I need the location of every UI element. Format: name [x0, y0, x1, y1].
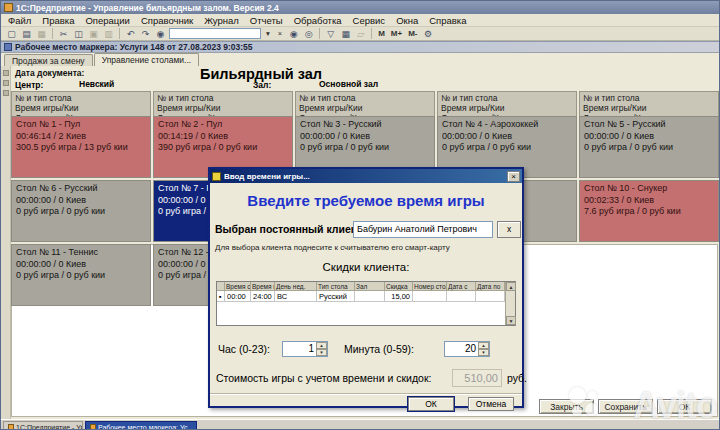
- tab-sales-per-shift[interactable]: Продажи за смену: [4, 54, 93, 66]
- close-button[interactable]: Закрыть: [539, 399, 594, 414]
- minute-up-icon[interactable]: ▲: [478, 342, 489, 349]
- calc-m-minus-button[interactable]: М-: [406, 29, 419, 38]
- table-cell-10[interactable]: Стол № 10 - Снукер00:02:33 / 0 Киев7.6 р…: [579, 180, 719, 242]
- dialog-cancel-button[interactable]: Отмена: [468, 397, 514, 411]
- toolbar-separator: [119, 28, 120, 39]
- dialog-title: Ввод времени игры...: [224, 172, 504, 181]
- menu-journal[interactable]: Журнал: [204, 15, 239, 26]
- calc-m-button[interactable]: М: [376, 29, 387, 38]
- document-date-label: Дата документа:: [15, 68, 84, 78]
- menu-file[interactable]: Файл: [8, 15, 31, 26]
- left-toolbar-strip: [1, 66, 11, 419]
- dialog-close-icon[interactable]: ×: [507, 171, 520, 182]
- menu-reports[interactable]: Отчеты: [250, 15, 283, 26]
- hour-up-icon[interactable]: ▲: [316, 342, 327, 349]
- scroll-up-icon[interactable]: ▲: [506, 282, 516, 291]
- redo-icon[interactable]: ↷: [139, 28, 152, 40]
- table-cell-11[interactable]: Стол № 11 - Теннис00:00:00 / 0 Киев0 руб…: [11, 244, 151, 306]
- client-label: Выбран постоянный клиент:: [215, 223, 366, 235]
- minute-stepper[interactable]: 20 ▲ ▼: [444, 341, 490, 357]
- table-cell-6[interactable]: Стол № 6 - Русский00:00:00 / 0 Киев0 руб…: [11, 180, 151, 242]
- print-icon[interactable]: ▥: [102, 28, 115, 40]
- document-window-titlebar[interactable]: Рабочее место маркера: Услуги 148 от 27.…: [1, 41, 720, 53]
- minute-down-icon[interactable]: ▼: [478, 349, 489, 356]
- undo-icon[interactable]: ↶: [124, 28, 137, 40]
- menu-directory[interactable]: Справочник: [141, 15, 193, 26]
- hall-label: Зал:: [253, 80, 271, 90]
- menu-service[interactable]: Сервис: [353, 15, 386, 26]
- document-window-icon: [4, 43, 12, 51]
- save-button[interactable]: Сохранить: [598, 399, 653, 414]
- center-value[interactable]: Невский: [79, 79, 114, 89]
- menu-processing[interactable]: Обработка: [294, 15, 342, 26]
- menu-help[interactable]: Справка: [429, 15, 466, 26]
- find-prev-icon[interactable]: ◎: [302, 28, 315, 40]
- center-label: Центр:: [15, 80, 43, 90]
- dialog-ok-button[interactable]: ОК: [408, 397, 454, 411]
- window-titlebar[interactable]: 1С:Предприятие - Управление бильярдным з…: [1, 1, 720, 14]
- mdi-window-bar: 1С:Предприятие - Упр... Рабочее место ма…: [1, 419, 720, 430]
- discounts-heading: Скидки клиента:: [210, 261, 522, 273]
- minute-value[interactable]: 20: [465, 342, 476, 356]
- cost-row: Стоимость игры с учетом времени и скидок…: [216, 369, 522, 387]
- discounts-data-row[interactable]: ▪ 00:00 24:00 ВС Русский 15,00: [217, 291, 505, 302]
- table-settings-icon[interactable]: ▦: [339, 28, 352, 40]
- cost-value-field: 510,00: [452, 369, 502, 387]
- new-document-icon[interactable]: ▢: [5, 28, 18, 40]
- toolbar-separator: [371, 28, 372, 39]
- open-icon[interactable]: ▤: [20, 28, 33, 40]
- dialog-separator: [210, 393, 522, 394]
- cost-label: Стоимость игры с учетом времени и скидок…: [216, 372, 431, 384]
- cut-icon[interactable]: ✂: [57, 28, 70, 40]
- find-next-icon[interactable]: ◉: [287, 28, 300, 40]
- copy-icon[interactable]: ◫: [72, 28, 85, 40]
- window-button-label: Рабочее место маркера: Ус: [98, 424, 187, 430]
- client-name-field[interactable]: Бабурин Анатолий Петрович: [353, 221, 493, 238]
- application-window: 1С:Предприятие - Управление бильярдным з…: [0, 0, 720, 430]
- time-input-row: Час (0-23): 1 ▲ ▼ Минута (0-59): 20 ▲ ▼: [216, 341, 522, 357]
- scroll-down-icon[interactable]: ▼: [506, 316, 516, 325]
- window-button-marker-workplace[interactable]: Рабочее место маркера: Ус: [85, 421, 197, 430]
- form-ok-button[interactable]: ОК: [657, 399, 712, 414]
- flash-icon[interactable]: ▱: [354, 28, 367, 40]
- dialog-heading: Введите требуемое время игры: [210, 192, 522, 209]
- window-button-app[interactable]: 1С:Предприятие - Упр...: [3, 421, 83, 430]
- search-dropdown-icon[interactable]: ▾: [263, 28, 273, 39]
- menu-edit[interactable]: Правка: [42, 15, 74, 26]
- minute-label: Минута (0-59):: [344, 343, 414, 355]
- table-cell-5[interactable]: Стол № 5 - Русский00:00:00 / 0 Киев0 руб…: [579, 116, 719, 178]
- dialog-icon: [212, 172, 221, 181]
- toolbar-separator: [52, 28, 53, 39]
- smart-card-hint: Для выбора клиента поднесите к считывате…: [215, 243, 450, 252]
- menu-windows[interactable]: Окна: [396, 15, 418, 26]
- hour-down-icon[interactable]: ▼: [316, 349, 327, 356]
- hall-value[interactable]: Основной зал: [319, 79, 378, 89]
- menu-bar: Файл Правка Операции Справочник Журнал О…: [1, 14, 720, 27]
- window-button-icon: [8, 424, 14, 430]
- find-icon[interactable]: ◉: [154, 28, 167, 40]
- paste-icon[interactable]: ▣: [87, 28, 100, 40]
- discounts-grid: Время с Время по День нед. Тип стола Зал…: [217, 282, 505, 325]
- discounts-header-row: Время с Время по День нед. Тип стола Зал…: [217, 282, 505, 291]
- history-icon[interactable]: ▽: [324, 28, 337, 40]
- discounts-table-scrollbar[interactable]: ▲ ▼: [505, 282, 515, 325]
- search-clear-icon[interactable]: ×: [275, 28, 285, 39]
- window-button-label: 1С:Предприятие - Упр...: [16, 424, 83, 430]
- menu-operations[interactable]: Операции: [85, 15, 129, 26]
- save-icon[interactable]: ▦: [35, 28, 48, 40]
- calc-m-plus-button[interactable]: М+: [389, 29, 404, 38]
- discounts-table[interactable]: Время с Время по День нед. Тип стола Зал…: [216, 281, 516, 326]
- window-button-icon: [90, 424, 96, 430]
- row-marker-icon: ▪: [217, 291, 225, 302]
- hour-value[interactable]: 1: [308, 342, 314, 356]
- tab-table-management[interactable]: Управление столами...: [94, 53, 200, 66]
- table-cell-1[interactable]: Стол № 1 - Пул00:46:14 / 2 Киев300.5 руб…: [11, 116, 151, 178]
- client-clear-button[interactable]: x: [497, 221, 521, 238]
- toolbar-search-input[interactable]: [169, 28, 261, 39]
- tab-strip: Продажи за смену Управление столами...: [1, 53, 720, 66]
- hour-label: Час (0-23):: [218, 343, 270, 355]
- hour-stepper[interactable]: 1 ▲ ▼: [282, 341, 328, 357]
- dialog-titlebar[interactable]: Ввод времени игры... ×: [210, 169, 522, 183]
- tools-icon[interactable]: ⚙: [422, 28, 435, 40]
- toolbar-separator: [319, 28, 320, 39]
